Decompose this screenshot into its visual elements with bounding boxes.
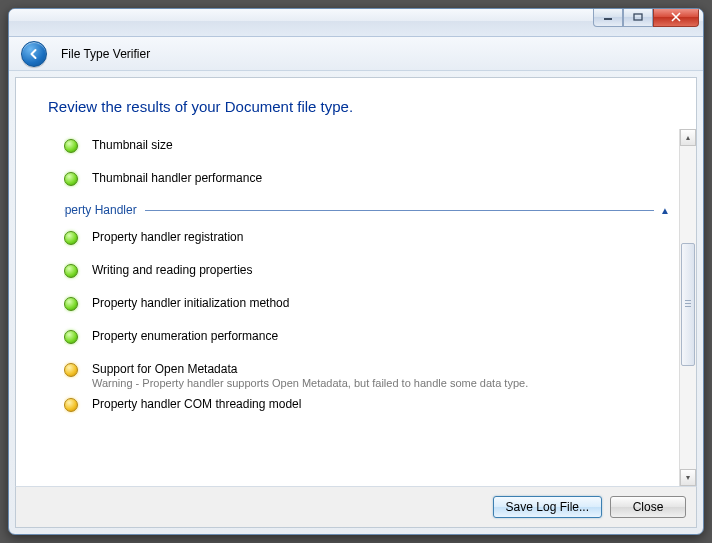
result-text: Property handler initialization method [92, 296, 674, 310]
back-button[interactable] [21, 41, 47, 67]
status-ok-icon [64, 264, 78, 278]
status-warning-icon [64, 363, 78, 377]
result-item[interactable]: Property enumeration performance [64, 320, 674, 353]
result-label: Thumbnail size [92, 138, 674, 152]
result-label: Property handler COM threading model [92, 397, 674, 411]
toolbar: File Type Verifier [9, 37, 703, 71]
results-list: Thumbnail size Thumbnail handler perform… [64, 129, 674, 486]
result-label: Writing and reading properties [92, 263, 674, 277]
footer: Save Log File... Close [15, 486, 697, 528]
status-ok-icon [64, 139, 78, 153]
maximize-button[interactable] [623, 8, 653, 27]
status-ok-icon [64, 297, 78, 311]
window-frame: File Type Verifier Review the results of… [8, 8, 704, 535]
result-text: Property handler registration [92, 230, 674, 244]
result-text: Writing and reading properties [92, 263, 674, 277]
svg-rect-1 [634, 14, 642, 20]
scrollbar-thumb[interactable] [681, 243, 695, 366]
result-label: Property enumeration performance [92, 329, 674, 343]
result-description: Warning - Property handler supports Open… [92, 377, 674, 389]
result-label: Support for Open Metadata [92, 362, 674, 376]
result-text: Property enumeration performance [92, 329, 674, 343]
minimize-button[interactable] [593, 8, 623, 27]
status-warning-icon [64, 398, 78, 412]
app-title: File Type Verifier [61, 47, 150, 61]
result-item[interactable]: Property handler COM threading model [64, 393, 674, 421]
scrollbar-track[interactable] [680, 146, 696, 469]
content-frame: Review the results of your Document file… [15, 77, 697, 486]
page-heading: Review the results of your Document file… [16, 78, 696, 129]
result-label: Thumbnail handler performance [92, 171, 674, 185]
window-buttons [593, 8, 699, 27]
titlebar[interactable] [9, 9, 703, 37]
section-divider [145, 210, 654, 211]
vertical-scrollbar[interactable]: ▴ ▾ [679, 129, 696, 486]
section-header-property-handler[interactable]: Property Handler ▲ [64, 203, 674, 217]
result-text: Thumbnail handler performance [92, 171, 674, 185]
result-item[interactable]: Thumbnail size [64, 129, 674, 162]
results-scroll-area: Thumbnail size Thumbnail handler perform… [16, 129, 696, 486]
status-ok-icon [64, 330, 78, 344]
result-text: Support for Open Metadata Warning - Prop… [92, 362, 674, 389]
result-item[interactable]: Thumbnail handler performance [64, 162, 674, 195]
result-item[interactable]: Property handler initialization method [64, 287, 674, 320]
result-item[interactable]: Property handler registration [64, 221, 674, 254]
status-ok-icon [64, 231, 78, 245]
svg-rect-0 [604, 18, 612, 20]
result-item[interactable]: Writing and reading properties [64, 254, 674, 287]
result-text: Thumbnail size [92, 138, 674, 152]
result-label: Property handler initialization method [92, 296, 674, 310]
scroll-down-button[interactable]: ▾ [680, 469, 696, 486]
result-text: Property handler COM threading model [92, 397, 674, 411]
section-title: Property Handler [64, 203, 137, 217]
close-button[interactable] [653, 8, 699, 27]
result-item[interactable]: Support for Open Metadata Warning - Prop… [64, 353, 674, 393]
status-ok-icon [64, 172, 78, 186]
close-dialog-button[interactable]: Close [610, 496, 686, 518]
collapse-icon[interactable]: ▲ [660, 205, 670, 216]
save-log-file-button[interactable]: Save Log File... [493, 496, 602, 518]
result-label: Property handler registration [92, 230, 674, 244]
scroll-up-button[interactable]: ▴ [680, 129, 696, 146]
